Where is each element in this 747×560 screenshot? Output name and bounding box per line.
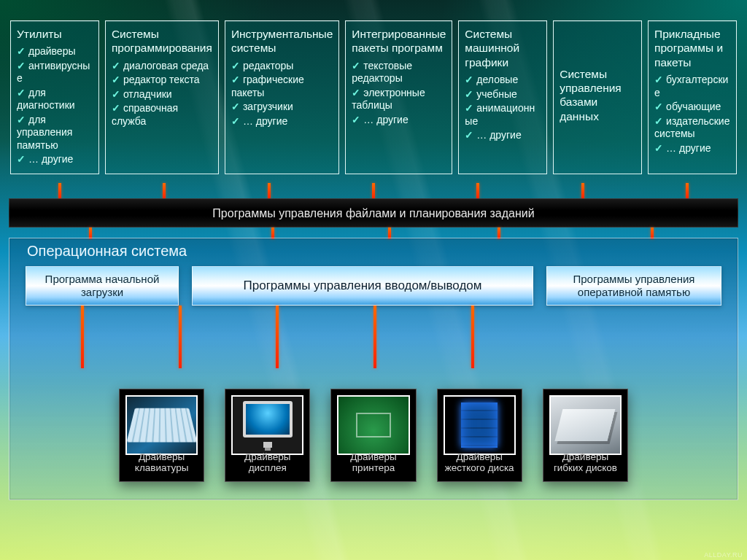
list-item: драйверы <box>17 45 93 58</box>
list-item: обучающие <box>654 101 730 114</box>
list-item: справочная служба <box>112 102 212 128</box>
driver-tile-keyboard: Драйверы клавиатуры <box>119 389 204 482</box>
list-item: графические пакеты <box>231 74 333 99</box>
category-list: деловые учебные анимационные … другие <box>465 72 541 142</box>
driver-label: Драйверы гибких дисков <box>548 451 623 474</box>
os-panel: Операционная система Программа начальной… <box>9 238 738 500</box>
list-item: … другие <box>465 129 541 142</box>
category-list: бухгалтерские обучающие издательские сис… <box>654 72 730 155</box>
list-item: антивирусные <box>17 60 93 85</box>
driver-tile-floppy: Драйверы гибких дисков <box>543 389 628 482</box>
category-list: драйверы антивирусные для диагностики дл… <box>17 44 93 166</box>
category-title: Утилиты <box>17 27 93 41</box>
category-title: Системы программирования <box>112 27 212 55</box>
list-item: анимационные <box>465 102 541 128</box>
driver-connectors <box>26 306 721 368</box>
category-title: Прикладные программы и пакеты <box>654 27 730 69</box>
io-box: Программы управления вводом/выводом <box>192 266 533 306</box>
driver-label: Драйверы клавиатуры <box>124 451 199 474</box>
list-item: … другие <box>17 153 93 166</box>
category-title: Интегрированные пакеты программ <box>352 27 446 55</box>
list-item: … другие <box>654 142 730 155</box>
printer-icon <box>337 395 409 455</box>
category-box: Системы управления базами данных <box>553 20 642 174</box>
list-item: текстовые редакторы <box>352 60 446 85</box>
category-box: Системы программирования диалоговая сред… <box>105 20 219 174</box>
list-item: редакторы <box>231 60 333 73</box>
list-item: отладчики <box>112 88 212 101</box>
category-box: Прикладные программы и пакеты бухгалтерс… <box>648 20 737 174</box>
driver-row: Драйверы клавиатуры Драйверы дисплея Дра… <box>119 389 628 482</box>
list-item: электронные таблицы <box>352 87 446 112</box>
driver-tile-hdd: Драйверы жесткого диска <box>437 389 522 482</box>
floppy-icon <box>549 395 622 455</box>
driver-label: Драйверы жесткого диска <box>442 451 517 474</box>
hdd-icon <box>444 395 516 455</box>
keyboard-icon <box>125 395 198 455</box>
list-item: учебные <box>465 88 541 101</box>
list-item: бухгалтерские <box>654 74 730 99</box>
category-row: Утилиты драйверы антивирусные для диагно… <box>10 20 737 174</box>
list-item: для диагностики <box>17 87 93 112</box>
category-title: Системы машинной графики <box>465 27 541 69</box>
list-item: деловые <box>465 74 541 87</box>
top-connectors <box>10 183 737 199</box>
list-item: для управления памятью <box>17 114 93 152</box>
list-item: … другие <box>231 115 333 128</box>
category-box: Системы машинной графики деловые учебные… <box>458 20 547 174</box>
ram-box: Программы управления оперативной памятью <box>546 266 721 306</box>
driver-tile-display: Драйверы дисплея <box>225 389 310 482</box>
category-list: редакторы графические пакеты загрузчики … <box>231 58 333 128</box>
list-item: издательские системы <box>654 115 730 141</box>
category-title: Системы управления базами данных <box>560 67 635 124</box>
bootstrap-box: Программа начальной загрузки <box>26 266 179 306</box>
driver-label: Драйверы дисплея <box>230 451 305 474</box>
list-item: диалоговая среда <box>112 60 212 73</box>
os-title: Операционная система <box>27 243 187 260</box>
category-list: диалоговая среда редактор текста отладчи… <box>112 58 212 128</box>
driver-label: Драйверы принтера <box>336 451 411 474</box>
list-item: … другие <box>352 114 446 127</box>
category-box: Утилиты драйверы антивирусные для диагно… <box>10 20 99 174</box>
category-list: текстовые редакторы электронные таблицы … <box>352 58 446 127</box>
category-title: Инструментальные системы <box>231 27 333 55</box>
list-item: загрузчики <box>231 101 333 114</box>
list-item: редактор текста <box>112 74 212 87</box>
monitor-icon <box>231 395 303 455</box>
watermark: ALLDAY.RU <box>704 551 743 559</box>
driver-tile-printer: Драйверы принтера <box>330 389 416 482</box>
os-mid-row: Программа начальной загрузки Программы у… <box>26 266 721 306</box>
category-box: Инструментальные системы редакторы графи… <box>225 20 339 174</box>
category-box: Интегрированные пакеты программ текстовы… <box>345 20 452 174</box>
file-management-bar: Программы управления файлами и планирова… <box>9 198 738 228</box>
